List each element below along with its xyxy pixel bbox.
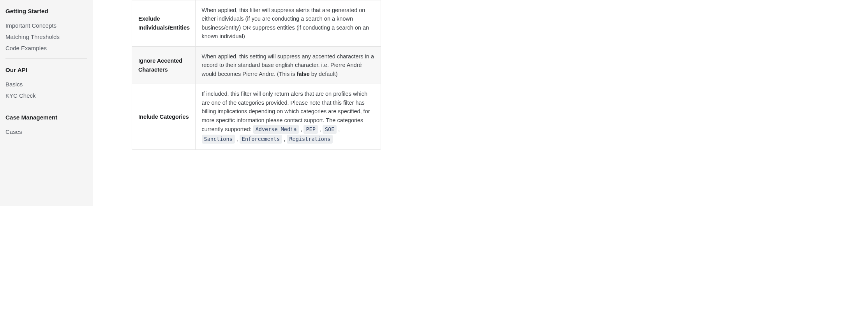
- table-row: Exclude Individuals/Entities When applie…: [132, 0, 381, 47]
- row-desc-text: When applied, this setting will suppress…: [202, 53, 374, 77]
- sidebar-item-kyc-check[interactable]: KYC Check: [5, 90, 87, 101]
- category-tag: SOE: [323, 125, 337, 134]
- sidebar-heading: Getting Started: [5, 8, 87, 14]
- sidebar-group-getting-started: Getting Started Important Concepts Match…: [5, 8, 87, 58]
- sidebar-group-our-api: Our API Basics KYC Check: [5, 58, 87, 106]
- row-name: Include Categories: [132, 84, 195, 149]
- sidebar: Getting Started Important Concepts Match…: [0, 0, 93, 206]
- sidebar-item-cases[interactable]: Cases: [5, 126, 87, 137]
- category-tag: Adverse Media: [253, 125, 299, 134]
- row-desc: If included, this filter will only retur…: [195, 84, 381, 149]
- row-desc-text: by default): [310, 71, 338, 77]
- category-tag: PEP: [303, 125, 318, 134]
- row-desc: When applied, this setting will suppress…: [195, 46, 381, 84]
- sidebar-heading: Our API: [5, 67, 87, 73]
- sidebar-item-important-concepts[interactable]: Important Concepts: [5, 20, 87, 31]
- sidebar-item-matching-thresholds[interactable]: Matching Thresholds: [5, 31, 87, 42]
- sidebar-item-code-examples[interactable]: Code Examples: [5, 42, 87, 54]
- table-row: Include Categories If included, this fil…: [132, 84, 381, 149]
- row-desc-bold: false: [297, 71, 310, 77]
- category-tag: Registrations: [287, 135, 333, 144]
- sidebar-group-case-management: Case Management Cases: [5, 106, 87, 142]
- row-name: Exclude Individuals/Entities: [132, 0, 195, 47]
- category-tag: Sanctions: [202, 135, 235, 144]
- row-desc: When applied, this filter will suppress …: [195, 0, 381, 47]
- sidebar-item-basics[interactable]: Basics: [5, 79, 87, 90]
- table-row: Ignore Accented Characters When applied,…: [132, 46, 381, 84]
- category-tag: Enforcements: [240, 135, 282, 144]
- row-desc-text: When applied, this filter will suppress …: [202, 7, 369, 39]
- filters-table: Exclude Individuals/Entities When applie…: [132, 0, 381, 150]
- row-name: Ignore Accented Characters: [132, 46, 195, 84]
- sidebar-heading: Case Management: [5, 114, 87, 121]
- main-content: Exclude Individuals/Entities When applie…: [93, 0, 579, 206]
